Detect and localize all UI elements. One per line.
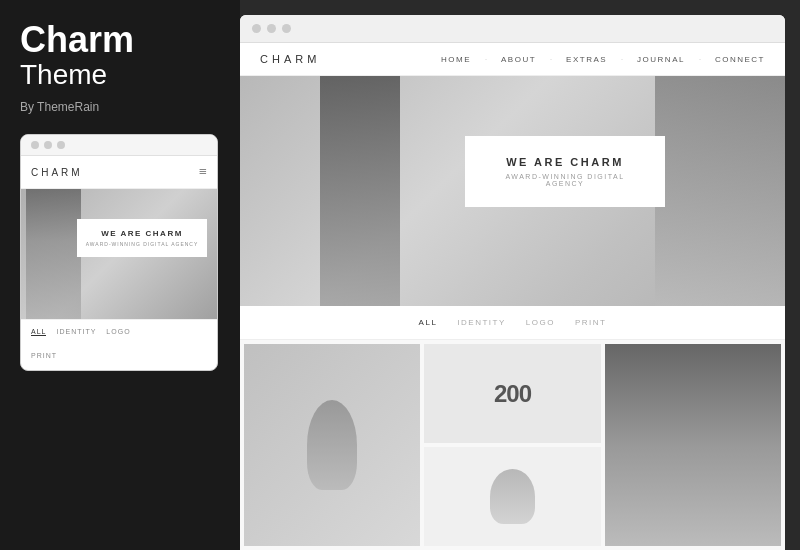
desktop-nav-sep-2: · bbox=[550, 55, 552, 64]
grid-number-200: 200 bbox=[494, 380, 531, 408]
desktop-person-left bbox=[320, 76, 400, 306]
mobile-hero-bg: WE ARE CHARM AWARD-WINNING DIGITAL AGENC… bbox=[21, 189, 217, 319]
desktop-filter-row: ALL IDENTITY LOGO PRINT bbox=[240, 306, 785, 340]
grid-col-1 bbox=[244, 344, 420, 546]
mobile-dot-1 bbox=[31, 141, 39, 149]
mobile-filter-print[interactable]: PRINT bbox=[31, 352, 57, 359]
desktop-portfolio-grid: 200 bbox=[240, 340, 785, 550]
mobile-hero-subtitle: AWARD-WINNING DIGITAL AGENCY bbox=[85, 241, 199, 247]
desktop-nav: CHARM HOME · ABOUT · EXTRAS · JOURNAL · … bbox=[240, 43, 785, 76]
grid-item-face bbox=[424, 447, 600, 546]
grid-item-portrait bbox=[244, 344, 420, 546]
person-face bbox=[244, 344, 420, 546]
theme-author: By ThemeRain bbox=[20, 100, 220, 114]
grid-col-2: 200 bbox=[424, 344, 600, 546]
mobile-filter-all[interactable]: ALL bbox=[31, 328, 46, 336]
mobile-hamburger-icon: ≡ bbox=[199, 164, 207, 180]
desktop-nav-about[interactable]: ABOUT bbox=[501, 55, 536, 64]
mobile-filter-identity[interactable]: IDENTITY bbox=[56, 328, 96, 336]
grid-col-3 bbox=[605, 344, 781, 546]
grid-item-person-dark bbox=[605, 344, 781, 546]
desktop-browser-bar bbox=[240, 15, 785, 43]
desktop-hero-card: WE ARE CHARM AWARD-WINNING DIGITAL AGENC… bbox=[465, 136, 665, 207]
desktop-nav-sep-3: · bbox=[621, 55, 623, 64]
desktop-portfolio: ALL IDENTITY LOGO PRINT 200 bbox=[240, 306, 785, 550]
desktop-filter-all[interactable]: ALL bbox=[419, 318, 438, 327]
mobile-browser-bar bbox=[21, 135, 217, 156]
desktop-nav-sep-1: · bbox=[485, 55, 487, 64]
mobile-nav: CHARM ≡ bbox=[21, 156, 217, 189]
desktop-dot-3 bbox=[282, 24, 291, 33]
right-panel: CHARM HOME · ABOUT · EXTRAS · JOURNAL · … bbox=[240, 0, 800, 550]
grid-item-number: 200 bbox=[424, 344, 600, 443]
desktop-filter-logo[interactable]: LOGO bbox=[526, 318, 555, 327]
desktop-nav-links: HOME · ABOUT · EXTRAS · JOURNAL · CONNEC… bbox=[441, 55, 765, 64]
desktop-browser: CHARM HOME · ABOUT · EXTRAS · JOURNAL · … bbox=[240, 15, 785, 550]
mobile-preview: CHARM ≡ WE ARE CHARM AWARD-WINNING DIGIT… bbox=[20, 134, 218, 371]
mobile-dot-3 bbox=[57, 141, 65, 149]
desktop-nav-logo: CHARM bbox=[260, 53, 320, 65]
mobile-we-are-charm: WE ARE CHARM bbox=[85, 229, 199, 238]
mobile-nav-logo: CHARM bbox=[31, 167, 83, 178]
desktop-nav-sep-4: · bbox=[699, 55, 701, 64]
desktop-hero: WE ARE CHARM AWARD-WINNING DIGITAL AGENC… bbox=[240, 76, 785, 306]
mobile-filter-row: ALL IDENTITY LOGO bbox=[21, 319, 217, 344]
theme-name-theme: Theme bbox=[20, 60, 220, 91]
left-panel: Charm Theme By ThemeRain CHARM ≡ WE ARE … bbox=[0, 0, 240, 550]
desktop-nav-connect[interactable]: CONNECT bbox=[715, 55, 765, 64]
desktop-we-are-charm: WE ARE CHARM bbox=[489, 156, 641, 168]
mobile-dot-2 bbox=[44, 141, 52, 149]
desktop-nav-home[interactable]: HOME bbox=[441, 55, 471, 64]
desktop-filter-identity[interactable]: IDENTITY bbox=[457, 318, 505, 327]
desktop-filter-print[interactable]: PRINT bbox=[575, 318, 607, 327]
desktop-hero-subtitle: AWARD-WINNING DIGITAL AGENCY bbox=[489, 173, 641, 187]
desktop-nav-journal[interactable]: JOURNAL bbox=[637, 55, 685, 64]
desktop-dot-2 bbox=[267, 24, 276, 33]
desktop-person-right bbox=[655, 76, 785, 306]
theme-title-block: Charm Theme bbox=[20, 20, 220, 90]
mobile-hero: WE ARE CHARM AWARD-WINNING DIGITAL AGENC… bbox=[21, 189, 217, 319]
theme-name-charm: Charm bbox=[20, 20, 220, 60]
mobile-person-silhouette bbox=[26, 189, 81, 319]
desktop-dot-1 bbox=[252, 24, 261, 33]
desktop-nav-extras[interactable]: EXTRAS bbox=[566, 55, 607, 64]
mobile-hero-card: WE ARE CHARM AWARD-WINNING DIGITAL AGENC… bbox=[77, 219, 207, 257]
mobile-filter-logo[interactable]: LOGO bbox=[106, 328, 130, 336]
